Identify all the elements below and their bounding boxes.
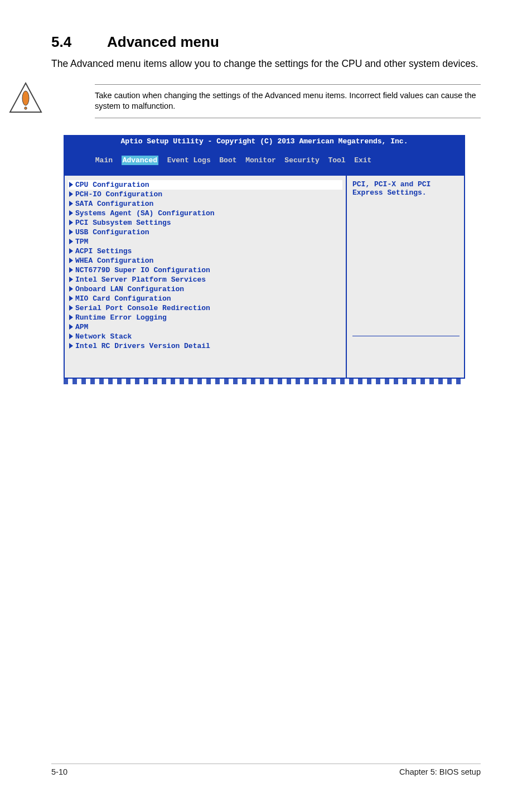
bios-tab-tool[interactable]: Tool	[328, 156, 345, 165]
bios-menu-item[interactable]: TPM	[68, 237, 342, 247]
bios-menu-item[interactable]: Network Stack	[68, 332, 342, 341]
bios-menu-item[interactable]: CPU Configuration	[68, 180, 342, 190]
bios-menu-item-label: SATA Configuration	[75, 200, 153, 208]
bios-menu-item-label: Onboard LAN Configuration	[75, 285, 184, 293]
submenu-triangle-icon	[69, 248, 73, 254]
bios-menu-item-label: MIO Card Configuration	[75, 294, 171, 303]
bios-menu-item-label: APM	[75, 323, 88, 331]
submenu-triangle-icon	[69, 315, 73, 320]
bios-menu-item-label: TPM	[75, 238, 88, 246]
section-heading: 5.4Advanced menu	[51, 33, 481, 51]
submenu-triangle-icon	[69, 277, 73, 282]
bios-menu-item[interactable]: MIO Card Configuration	[68, 294, 342, 303]
submenu-triangle-icon	[69, 296, 73, 301]
intro-paragraph: The Advanced menu items allow you to cha…	[51, 57, 481, 71]
submenu-triangle-icon	[69, 182, 73, 187]
bios-menu-item[interactable]: Onboard LAN Configuration	[68, 284, 342, 294]
bios-menu-item-label: Serial Port Console Redirection	[75, 304, 210, 312]
bios-menu-item[interactable]: PCH-IO Configuration	[68, 190, 342, 199]
bios-menu-item-label: NCT6779D Super IO Configuration	[75, 266, 210, 274]
bios-menu-item[interactable]: WHEA Configuration	[68, 256, 342, 265]
bios-menu-item-label: Runtime Error Logging	[75, 313, 167, 322]
section-title: Advanced menu	[107, 33, 219, 50]
bios-menu-item-label: PCI Subsystem Settings	[75, 219, 171, 227]
bios-tab-exit[interactable]: Exit	[354, 156, 371, 165]
bios-tab-event-logs[interactable]: Event Logs	[167, 156, 211, 165]
bios-menu-item[interactable]: USB Configuration	[68, 228, 342, 237]
bios-menu-item[interactable]: Runtime Error Logging	[68, 313, 342, 322]
page-footer: 5-10 Chapter 5: BIOS setup	[51, 764, 481, 776]
bios-help-line: Express Settings.	[352, 189, 460, 197]
bios-menu-item-label: Network Stack	[75, 332, 132, 341]
submenu-triangle-icon	[69, 201, 73, 206]
bios-tab-boot[interactable]: Boot	[219, 156, 236, 165]
footer-page-number: 5-10	[51, 767, 67, 776]
page-tear-decoration	[64, 379, 465, 384]
bios-tab-bar: Main Advanced Event Logs Boot Monitor Se…	[64, 147, 465, 176]
bios-tab-advanced[interactable]: Advanced	[122, 156, 158, 165]
submenu-triangle-icon	[69, 220, 73, 225]
bios-menu-item[interactable]: Serial Port Console Redirection	[68, 303, 342, 313]
bios-menu-item[interactable]: Intel Server Platform Services	[68, 275, 342, 284]
warning-text: Take caution when changing the settings …	[95, 90, 481, 112]
submenu-triangle-icon	[69, 258, 73, 263]
bios-menu-item[interactable]: SATA Configuration	[68, 199, 342, 209]
bios-menu-item-label: USB Configuration	[75, 228, 149, 236]
submenu-triangle-icon	[69, 229, 73, 235]
bios-menu-item[interactable]: APM	[68, 322, 342, 332]
bios-menu-item[interactable]: PCI Subsystem Settings	[68, 218, 342, 228]
bios-menu-item[interactable]: Intel RC Drivers Version Detail	[68, 341, 342, 351]
submenu-triangle-icon	[69, 305, 73, 311]
warning-box: Take caution when changing the settings …	[95, 84, 481, 118]
bios-help-pane: PCI, PCI-X and PCI Express Settings.	[347, 176, 464, 378]
bios-menu-item[interactable]: Systems Agent (SA) Configuration	[68, 209, 342, 218]
svg-point-1	[22, 91, 29, 105]
bios-menu-list: CPU ConfigurationPCH-IO ConfigurationSAT…	[65, 176, 347, 378]
bios-menu-item-label: Intel RC Drivers Version Detail	[75, 342, 210, 350]
submenu-triangle-icon	[69, 239, 73, 244]
bios-tab-monitor[interactable]: Monitor	[245, 156, 276, 165]
submenu-triangle-icon	[69, 191, 73, 197]
bios-screen: Aptio Setup Utility - Copyright (C) 2013…	[64, 135, 465, 379]
section-number: 5.4	[51, 33, 107, 51]
bios-menu-item-label: PCH-IO Configuration	[75, 190, 162, 199]
submenu-triangle-icon	[69, 286, 73, 292]
bios-tab-security[interactable]: Security	[284, 156, 319, 165]
submenu-triangle-icon	[69, 343, 73, 349]
bios-menu-item-label: WHEA Configuration	[75, 257, 153, 265]
submenu-triangle-icon	[69, 267, 73, 273]
submenu-triangle-icon	[69, 210, 73, 216]
bios-menu-item-label: CPU Configuration	[75, 181, 149, 189]
submenu-triangle-icon	[69, 334, 73, 339]
bios-title: Aptio Setup Utility - Copyright (C) 2013…	[64, 135, 465, 147]
bios-help-line: PCI, PCI-X and PCI	[352, 180, 460, 189]
warning-icon	[8, 81, 43, 117]
footer-chapter: Chapter 5: BIOS setup	[399, 767, 481, 776]
bios-menu-item[interactable]: NCT6779D Super IO Configuration	[68, 265, 342, 275]
bios-menu-item-label: ACPI Settings	[75, 247, 132, 255]
svg-point-2	[25, 107, 27, 109]
bios-menu-item-label: Intel Server Platform Services	[75, 276, 206, 284]
bios-tab-main[interactable]: Main	[95, 156, 113, 165]
bios-menu-item-label: Systems Agent (SA) Configuration	[75, 209, 215, 218]
bios-menu-item[interactable]: ACPI Settings	[68, 247, 342, 256]
submenu-triangle-icon	[69, 324, 73, 330]
